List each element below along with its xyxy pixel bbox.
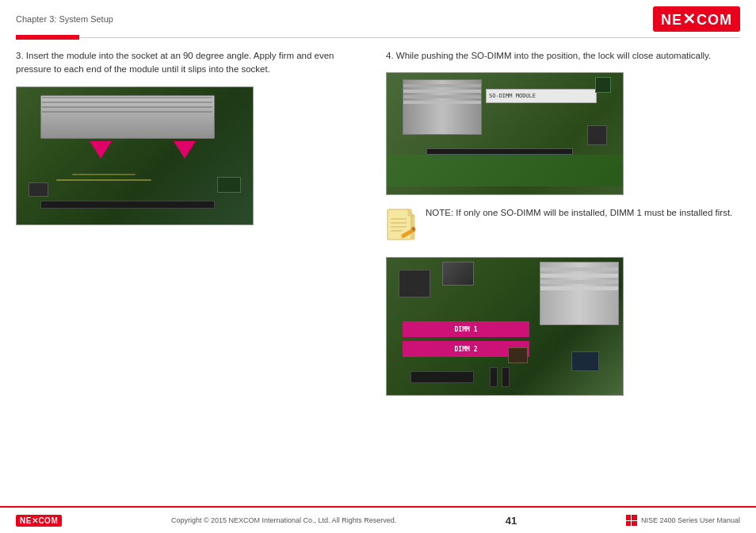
dimm-slot bbox=[426, 148, 573, 155]
heatsink-fin-4 bbox=[42, 111, 212, 113]
h3fin3 bbox=[540, 280, 618, 284]
heatsink-fin-3 bbox=[42, 106, 212, 108]
pcb-chip-1 bbox=[29, 182, 48, 197]
pcb-trace-2 bbox=[72, 174, 136, 175]
page-header: Chapter 3: System Setup NE✕COM bbox=[0, 0, 756, 35]
hfin2 bbox=[403, 90, 481, 93]
grid-cell-2 bbox=[632, 515, 637, 520]
chip-r2 bbox=[595, 77, 611, 93]
logo-ne: NE bbox=[661, 12, 682, 28]
dimm1-label: DIMM 1 bbox=[403, 321, 529, 337]
h3fin4 bbox=[540, 286, 618, 290]
pcb-slot bbox=[40, 201, 215, 209]
dimm-label: SO-DIMM MODULE bbox=[486, 89, 597, 103]
heatsink-fin-1 bbox=[42, 97, 212, 98]
step4-text: 4. While pushing the SO-DIMM into the po… bbox=[386, 49, 740, 63]
arrow-right bbox=[174, 141, 196, 159]
step3-image bbox=[16, 86, 254, 225]
step-image-3: DIMM 1 DIMM 2 bbox=[386, 257, 624, 396]
hfin4 bbox=[403, 101, 481, 104]
note-icon bbox=[386, 206, 418, 246]
h3fin1 bbox=[540, 267, 618, 271]
pcb-chip-2 bbox=[217, 177, 241, 193]
hfin3 bbox=[403, 95, 481, 98]
pcb-background-1 bbox=[17, 87, 253, 224]
cpu-chip bbox=[399, 270, 430, 297]
component-4 bbox=[571, 351, 599, 371]
heatsink-fin-2 bbox=[42, 102, 212, 103]
connector-2 bbox=[502, 367, 510, 387]
note-text: NOTE: If only one SO-DIMM will be instal… bbox=[426, 206, 732, 220]
footer-logo: NE✕COM bbox=[16, 515, 62, 527]
component-3 bbox=[508, 347, 528, 363]
footer-copyright: Copyright © 2015 NEXCOM International Co… bbox=[171, 516, 396, 524]
component-5 bbox=[442, 262, 474, 286]
note-section: NOTE: If only one SO-DIMM will be instal… bbox=[386, 206, 740, 246]
step4-image: SO-DIMM MODULE bbox=[386, 72, 624, 195]
footer-grid-icon bbox=[626, 515, 637, 526]
notepad-svg bbox=[386, 206, 418, 246]
logo-box: NE✕COM bbox=[653, 6, 740, 32]
pcb-green-area bbox=[387, 155, 623, 186]
footer-logo-box: NE✕COM bbox=[16, 515, 62, 527]
heatsink-block bbox=[403, 79, 482, 135]
h3fin2 bbox=[540, 274, 618, 278]
right-column: 4. While pushing the SO-DIMM into the po… bbox=[386, 49, 740, 396]
main-content: 3. Insert the module into the socket at … bbox=[0, 49, 756, 396]
footer-manual-title: NISE 2400 Series User Manual bbox=[626, 515, 740, 526]
page-footer: NE✕COM Copyright © 2015 NEXCOM Internati… bbox=[0, 506, 756, 533]
pcb-background-3: DIMM 1 DIMM 2 bbox=[387, 258, 623, 395]
nexcom-logo: NE✕COM bbox=[653, 6, 740, 32]
chip-r1 bbox=[587, 125, 607, 145]
pcb-background-2: SO-DIMM MODULE bbox=[387, 73, 623, 194]
grid-cell-3 bbox=[626, 521, 632, 527]
header-divider bbox=[79, 37, 740, 38]
heatsink-3 bbox=[540, 262, 619, 325]
connector-1 bbox=[490, 367, 498, 387]
grid-cell-4 bbox=[632, 521, 637, 527]
logo-x: ✕ bbox=[682, 10, 697, 28]
pcb-trace-1 bbox=[56, 179, 151, 181]
red-accent-bar bbox=[16, 35, 79, 40]
hfin1 bbox=[403, 84, 481, 87]
logo-com: COM bbox=[697, 12, 732, 28]
grid-cell-1 bbox=[626, 515, 632, 520]
left-column: 3. Insert the module into the socket at … bbox=[16, 49, 370, 396]
step3-text: 3. Insert the module into the socket at … bbox=[16, 49, 370, 77]
arrow-left bbox=[90, 141, 112, 159]
chapter-title: Chapter 3: System Setup bbox=[16, 14, 113, 24]
footer-page-number: 41 bbox=[506, 515, 517, 527]
bottom-slot bbox=[410, 371, 474, 383]
